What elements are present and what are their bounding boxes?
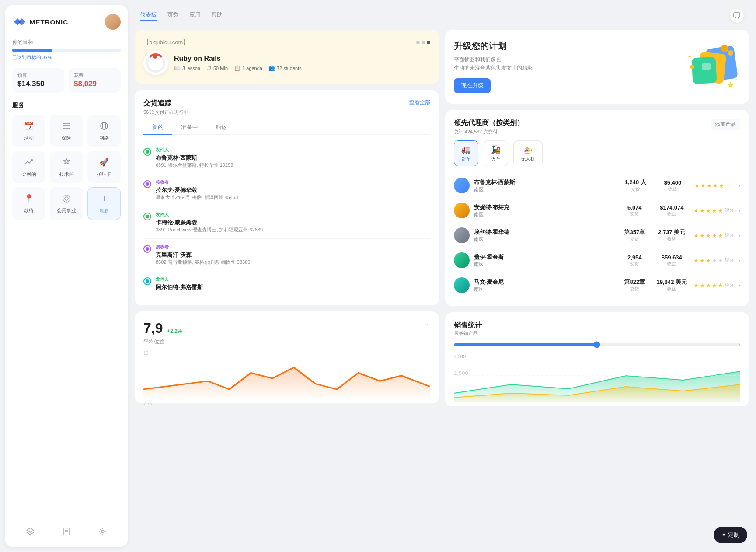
agent-rating-4: ★★★★★ 评分: [693, 257, 734, 264]
svg-rect-14: [691, 56, 717, 84]
document-icon[interactable]: [62, 527, 71, 538]
delivery-item-row: 发件人 布鲁克林·西蒙斯 6391 埃尔全堂莱斯, 特拉华州 10299: [143, 147, 430, 168]
agent-money-4: $59,634 收益: [654, 254, 689, 267]
delivery-tabs: 新的 准备中 船运: [143, 121, 430, 135]
tab-preparing[interactable]: 准备中: [172, 121, 207, 135]
agent-earn-3: 2,737 美元: [654, 228, 689, 236]
sales-slider[interactable]: [454, 341, 741, 348]
agent-arrow-4[interactable]: ›: [738, 257, 740, 264]
star-c5: ★: [718, 257, 723, 264]
star-b2: ★: [700, 232, 705, 239]
agent-stat-5: 第822章 交货: [619, 278, 650, 292]
agent-arrow-3[interactable]: ›: [738, 232, 740, 239]
nav-help[interactable]: 帮助: [211, 11, 223, 21]
svg-rect-19: [702, 63, 711, 70]
service-label-add: 添新: [99, 208, 109, 214]
service-item-network[interactable]: 网络: [87, 115, 121, 147]
sender-circle-inner-2: [146, 215, 149, 218]
goal-percent-text: 已达到目标的 37%: [12, 55, 52, 60]
category-drone[interactable]: 🚁 无人机: [513, 140, 543, 166]
progress-bar-fill: [12, 49, 52, 52]
agent-name-3: 埃丝特·霍华德: [474, 228, 615, 236]
service-item-nursing[interactable]: 🚀 护理卡: [87, 151, 121, 183]
chat-icon-button[interactable]: [730, 9, 744, 23]
upgrade-button[interactable]: 现在升级: [454, 78, 491, 93]
service-item-finance[interactable]: 金融的: [12, 151, 45, 183]
category-truck[interactable]: 🚛 货车: [454, 140, 478, 166]
agent-info-2: 安妮特·布莱克 南区: [474, 203, 615, 218]
nav-apps[interactable]: 应用: [189, 11, 201, 21]
sender-label-1: 发件人: [156, 147, 233, 153]
service-item-tech[interactable]: 技术的: [50, 151, 83, 183]
agent-row-1: 布鲁克林·西蒙斯 南区 1,240 人 交货 $5,400 收益 ★★★★★ ›: [454, 173, 741, 198]
chart-y-775: 7.75: [143, 402, 430, 406]
sender-circle-inner-3: [146, 279, 149, 283]
course-meta: 📖 3 lesson ⏱ 50 Min 📋 1 agenda: [174, 65, 302, 71]
avg-position-header: 7,9 +2.2% ···: [143, 320, 430, 336]
service-item-add[interactable]: + 添新: [87, 187, 121, 220]
nav-dashboard[interactable]: 仪表板: [140, 11, 157, 21]
agent-arrow-1[interactable]: ›: [738, 182, 740, 189]
train-label: 火车: [491, 156, 501, 162]
services-grid: 📅 活动 保险 网络 金融的 技术的 🚀: [12, 115, 121, 220]
category-train[interactable]: 🚂 火车: [484, 140, 508, 166]
agent-name-1: 布鲁克林·西蒙斯: [474, 178, 616, 186]
agents-card: 领先代理商（按类别） 总计 424,567 次交付 添加产品 🚛 货车 🚂 火车: [445, 110, 749, 306]
students-value: 72 students: [277, 66, 302, 71]
star-5: ★: [719, 182, 724, 189]
rating-label-3: 评分: [725, 232, 734, 238]
tab-shipping[interactable]: 船运: [207, 121, 236, 135]
agent-arrow-2[interactable]: ›: [738, 207, 740, 214]
drone-icon: 🚁: [523, 144, 533, 154]
delivery-item-row-5: 发件人 阿尔伯特·弗洛雷斯: [143, 276, 430, 291]
avg-position-card: 7,9 +2.2% ··· 平均位置 10: [135, 311, 439, 403]
agent-money-1: $5,400 收益: [655, 179, 690, 192]
service-item-activity[interactable]: 📅 活动: [12, 115, 45, 147]
delivery-item-3: 发件人 卡梅伦·威廉姆森 3891 Ranchview 理查森博士, 加利福尼亚…: [143, 206, 430, 239]
svg-point-5: [65, 197, 68, 200]
settings-icon[interactable]: [98, 527, 107, 538]
agent-trans-label-4: 交货: [619, 261, 650, 267]
service-label-network: 网络: [99, 135, 109, 141]
agent-arrow-5[interactable]: ›: [738, 282, 740, 289]
star-b3: ★: [706, 232, 711, 239]
upgrade-text: 升级您的计划 平面插图和我们多色 生动的未混合紫色头发女士的精彩 现在升级: [454, 40, 533, 93]
sidebar-bottom: [12, 520, 121, 538]
avatar[interactable]: [105, 14, 121, 30]
course-students: 👥 72 students: [268, 65, 302, 71]
agent-region-2: 南区: [474, 211, 615, 218]
service-item-reception[interactable]: 📍 款待: [12, 187, 45, 220]
agent-trans-2: 6,074: [619, 204, 650, 211]
budget-row: 预算 $14,350 花费 $8,029: [12, 68, 121, 93]
agent-trans-5: 第822章: [619, 278, 650, 286]
view-all-button[interactable]: 查看全部: [409, 99, 430, 106]
service-label-finance: 金融的: [22, 171, 36, 178]
agents-subtitle: 总计 424,567 次交付: [454, 129, 524, 135]
agent-row-2: 安妮特·布莱克 南区 6,074 交货 $174,074 收益 ★★★★★ 评分: [454, 198, 741, 223]
students-icon: 👥: [268, 65, 275, 71]
agent-trans-3: 第357章: [619, 228, 650, 236]
topnav-right: [730, 9, 744, 23]
customize-button[interactable]: ✦ 定制: [714, 527, 747, 543]
upgrade-title: 升级您的计划: [454, 40, 533, 52]
star-d3: ★: [706, 282, 711, 289]
nursing-icon: 🚀: [98, 156, 110, 168]
service-label-public: 公用事业: [57, 207, 76, 214]
service-item-insurance[interactable]: 保险: [50, 115, 83, 147]
tab-new[interactable]: 新的: [143, 121, 172, 135]
layers-icon[interactable]: [26, 527, 35, 538]
lessons-icon: 📖: [174, 65, 181, 71]
star-c4: ★: [712, 257, 717, 264]
add-product-button[interactable]: 添加产品: [711, 119, 740, 130]
agent-rating-1: ★★★★★: [694, 182, 734, 189]
expense-card: 花费 $8,029: [69, 68, 121, 93]
sales-dots-menu[interactable]: ···: [735, 321, 740, 337]
nav-pages[interactable]: 页数: [167, 11, 179, 21]
service-item-public[interactable]: 公用事业: [50, 187, 83, 220]
upgrade-illustration: ⭐ ✦: [683, 45, 740, 89]
course-logo: [143, 51, 168, 75]
star-b1: ★: [693, 232, 699, 239]
progress-bar-background: [12, 49, 121, 52]
add-icon: +: [98, 193, 110, 205]
avg-dots-menu[interactable]: ···: [424, 320, 430, 336]
